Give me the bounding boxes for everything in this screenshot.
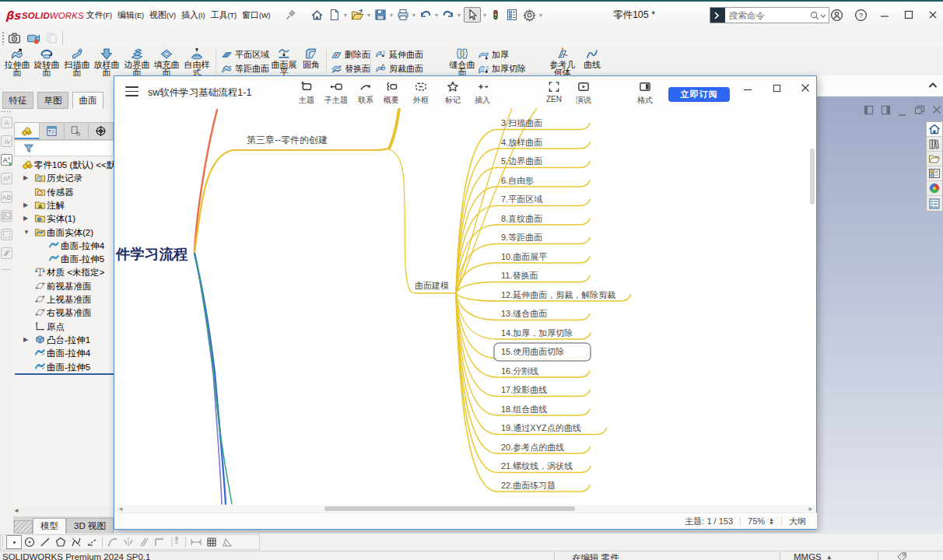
subscribe-button[interactable]: 立即订阅 xyxy=(668,87,730,102)
tree-item-14[interactable]: ▶凸台-拉伸1 xyxy=(13,333,114,346)
sketch-dimension-button[interactable] xyxy=(188,535,204,549)
save-dropdown[interactable]: ▾ xyxy=(390,12,393,19)
flatten-surface-button[interactable]: 曲面展 平 xyxy=(269,47,299,76)
home-button[interactable] xyxy=(310,8,324,23)
toolbar-grip[interactable] xyxy=(2,31,5,45)
panel-horizontal-scrollbar[interactable]: ◄ xyxy=(13,506,114,516)
lofted-surface-button[interactable]: 放样曲 面 xyxy=(92,47,121,76)
sketch-angle-button[interactable] xyxy=(219,535,235,549)
subtopic-label[interactable]: 10.曲面展平 xyxy=(501,252,547,261)
subtopic-label[interactable]: 5.边界曲面 xyxy=(501,156,542,166)
sketch-arc-button[interactable] xyxy=(105,535,121,549)
rebuild-button[interactable] xyxy=(489,8,502,22)
subtopic-label[interactable]: 6.自由形 xyxy=(501,176,534,185)
screen-record-button[interactable] xyxy=(26,32,40,45)
tree-item-8[interactable]: 曲面-拉伸5 xyxy=(13,252,114,265)
subtopic-label[interactable]: 19.通过XYZ点的曲线 xyxy=(501,423,581,432)
expand-arrow[interactable]: ▶ xyxy=(23,336,28,343)
taskpane-view-palette-tab[interactable] xyxy=(927,166,942,181)
configuration-manager-tab[interactable] xyxy=(65,123,89,139)
tree-item-5[interactable]: ▶实体(1) xyxy=(13,212,114,225)
swept-surface-button[interactable]: 扫描曲 面 xyxy=(62,47,92,76)
minimize-button[interactable] xyxy=(875,5,895,24)
text-block-icon[interactable]: AB xyxy=(1,191,12,203)
zoom-stepper[interactable]: ▲▼ xyxy=(769,517,774,525)
tree-item-4[interactable]: ▶注解 xyxy=(13,198,114,212)
undo-dropdown[interactable]: ▾ xyxy=(435,12,438,19)
tree-item-12[interactable]: 右视基准面 xyxy=(13,306,114,319)
replace-face-button[interactable]: 替换面 xyxy=(331,62,370,75)
taskpane-custom-properties-tab[interactable] xyxy=(927,196,942,211)
sketch-spline-button[interactable] xyxy=(68,535,84,549)
sketch-parallel-button[interactable] xyxy=(136,535,152,549)
boundary-surface-button[interactable]: 边界曲 面 xyxy=(122,47,152,76)
subtopic-label[interactable]: 22.曲面练习题 xyxy=(501,481,556,490)
node-topic-label[interactable]: 曲面建模 xyxy=(415,281,449,290)
tree-item-13[interactable]: 原点 xyxy=(13,320,114,333)
reference-geometry-button[interactable]: 参考几 何体 xyxy=(547,47,578,76)
hamburger-menu-icon[interactable] xyxy=(125,86,138,96)
sketch-point-button[interactable] xyxy=(6,535,22,549)
sketch-polygon-button[interactable] xyxy=(53,535,68,549)
scroll-right-arrow[interactable]: ► xyxy=(808,506,814,513)
trim-surface-button[interactable]: 剪裁曲面 xyxy=(375,62,423,75)
insert-button[interactable]: 插入 xyxy=(465,80,500,106)
print-dropdown[interactable]: ▾ xyxy=(412,12,415,19)
toolbar-grip[interactable] xyxy=(1,110,12,113)
taskpane-appearances-tab[interactable] xyxy=(927,181,942,196)
subtopic-label[interactable]: 20.参考点的曲线 xyxy=(501,443,564,452)
menu-file[interactable]: 文件(F) xyxy=(83,9,115,21)
subtopic-label[interactable]: 3.扫描曲面 xyxy=(501,118,542,128)
subtopic-label[interactable]: 17.投影曲线 xyxy=(501,385,547,394)
knit-surface-button[interactable]: 缝合曲 面 xyxy=(447,47,477,76)
tag-icon[interactable] xyxy=(896,551,907,560)
root-topic-label[interactable]: 件学习流程 xyxy=(115,246,188,262)
subtopic-label[interactable]: 11.替换面 xyxy=(501,271,538,280)
xmind-minimize-button[interactable] xyxy=(741,82,754,94)
linked-note-icon[interactable]: Aª xyxy=(1,173,12,184)
taskpane-file-explorer-tab[interactable] xyxy=(927,152,942,166)
format-button[interactable]: 格式 xyxy=(628,80,662,106)
print-button[interactable] xyxy=(396,8,410,22)
minimize-document-button[interactable] xyxy=(898,108,907,120)
balloon-note-icon[interactable]: A° xyxy=(1,154,12,166)
copy-disabled-button[interactable] xyxy=(46,32,58,44)
tree-item-7[interactable]: 曲面-拉伸4 xyxy=(13,239,114,252)
annotation-edit-icon[interactable]: A̷ xyxy=(1,135,12,147)
subtopic-label[interactable]: 7.平面区域 xyxy=(501,194,542,204)
mindmap-canvas[interactable]: 第三章--零件的创建曲面建模3.扫描曲面4.放样曲面5.边界曲面6.自由形7.平… xyxy=(115,108,816,505)
dock-pane-right-icon[interactable] xyxy=(881,105,891,117)
scrollbar-thumb[interactable] xyxy=(324,506,575,511)
note-icon[interactable]: A xyxy=(1,117,12,128)
image-icon[interactable] xyxy=(1,210,12,222)
close-document-button[interactable] xyxy=(932,105,941,117)
zoom-level[interactable]: 75% xyxy=(748,516,765,526)
menu-insert[interactable]: 插入(I) xyxy=(179,9,209,21)
subtopic-label[interactable]: 15.使用曲面切除 xyxy=(501,347,564,356)
property-manager-tab[interactable] xyxy=(40,123,65,139)
ribbon-collapse-chevron[interactable] xyxy=(927,80,940,93)
design-tree-tab[interactable] xyxy=(15,123,40,139)
delete-face-button[interactable]: 删除面 xyxy=(331,48,370,61)
pin-menu-icon[interactable] xyxy=(285,9,297,21)
search-command-box[interactable] xyxy=(710,7,829,23)
menu-view[interactable]: 视图(V) xyxy=(147,9,179,21)
options-dropdown[interactable]: ▾ xyxy=(539,12,542,19)
sketch-ruler-button[interactable] xyxy=(167,535,183,549)
tab-model[interactable]: 模型 xyxy=(33,518,66,534)
scroll-left-arrow[interactable]: ◄ xyxy=(13,507,19,514)
filled-surface-button[interactable]: 填充曲 面 xyxy=(152,47,181,76)
dimxpert-manager-tab[interactable] xyxy=(89,123,113,139)
screenshot-camera-button[interactable] xyxy=(8,32,21,45)
tab-features[interactable]: 特征 xyxy=(2,92,33,109)
toolbar-grip[interactable] xyxy=(2,536,4,548)
tree-item-15[interactable]: 曲面-拉伸4 xyxy=(13,346,114,359)
xmind-close-button[interactable] xyxy=(799,82,812,94)
offset-surface-button[interactable]: 等距曲面 xyxy=(221,62,269,75)
tab-splitter[interactable] xyxy=(14,520,33,534)
redo-button[interactable] xyxy=(441,8,455,22)
freeform-button[interactable]: 自由样 式 xyxy=(182,47,212,76)
tab-3d-views[interactable]: 3D 视图 xyxy=(66,518,114,534)
menu-window[interactable]: 窗口(W) xyxy=(240,9,274,21)
tree-item-3[interactable]: 传感器 xyxy=(13,185,114,198)
